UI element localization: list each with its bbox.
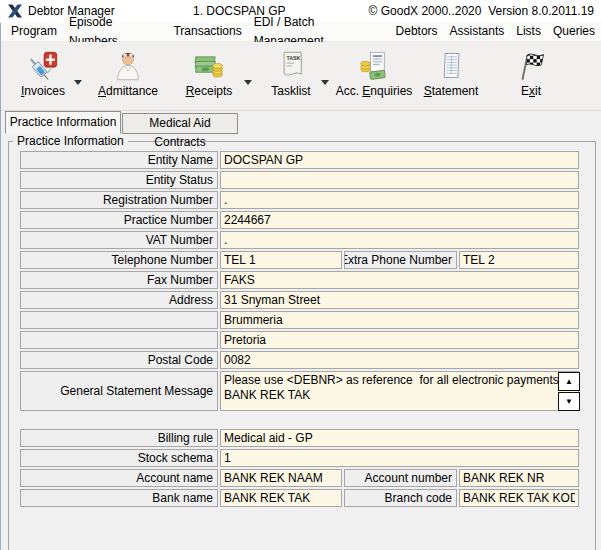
field-label: Fax Number — [20, 271, 218, 289]
toolbar: Invoices Admittance — [1, 42, 601, 111]
form-row-telephone: Telephone Number Extra Phone Number — [0, 251, 601, 269]
form-row-address-1: Address — [0, 291, 601, 309]
statement-document-icon — [435, 48, 467, 84]
toolbar-button-acc-enquiries[interactable]: Acc. Enquiries — [331, 48, 417, 106]
form-row-stock-schema: Stock schema — [0, 449, 601, 467]
tasklist-dropdown-arrow[interactable] — [321, 80, 329, 85]
menu-item-lists[interactable]: Lists — [510, 22, 547, 41]
billing-rule-input[interactable] — [220, 429, 579, 447]
field-label: Telephone Number — [20, 251, 218, 269]
extra-phone-number-input[interactable] — [459, 251, 579, 269]
toolbar-button-label: Tasklist — [271, 84, 310, 98]
menu-item-queries[interactable]: Queries — [547, 22, 601, 41]
address-line2-input[interactable] — [220, 311, 579, 329]
toolbar-button-tasklist[interactable]: TASK Tasklist — [256, 48, 326, 106]
form-row-bank: Bank name Branch code — [0, 489, 601, 507]
field-label: Entity Name — [20, 151, 218, 169]
practice-number-input[interactable] — [220, 211, 579, 229]
form-row-billing-rule: Billing rule — [0, 429, 601, 447]
field-label: Account number — [344, 469, 457, 487]
toolbar-button-label: Exit — [521, 84, 541, 98]
menu-bar: Program Episode Numbers Transactions EDI… — [1, 22, 601, 42]
form-row-entity-status: Entity Status — [0, 171, 601, 189]
form-row-address-2 — [0, 311, 601, 329]
debtor-manager-window: Debtor Manager 1. DOCSPAN GP © GoodX 200… — [0, 0, 601, 550]
field-label: Extra Phone Number — [344, 251, 457, 269]
field-label: Bank name — [20, 489, 218, 507]
field-label: Postal Code — [20, 351, 218, 369]
field-label: VAT Number — [20, 231, 218, 249]
field-label: Address — [20, 291, 218, 309]
groupbox-title: Practice Information — [13, 134, 128, 148]
form-row-fax-number: Fax Number — [0, 271, 601, 289]
form-row-registration-number: Registration Number — [0, 191, 601, 209]
menu-item-debtors[interactable]: Debtors — [390, 22, 444, 41]
general-statement-message-input[interactable]: Please use <DEBNR> as reference for all … — [220, 371, 579, 411]
form-row-entity-name: Entity Name — [0, 151, 601, 169]
toolbar-button-exit[interactable]: Exit — [496, 48, 566, 106]
field-label: Entity Status — [20, 171, 218, 189]
syringe-blood-bag-icon — [27, 48, 59, 84]
goodx-logo-icon — [7, 3, 23, 19]
field-label: Practice Number — [20, 211, 218, 229]
bank-name-input[interactable] — [220, 489, 342, 507]
toolbar-button-label: Admittance — [98, 84, 158, 98]
field-label: General Statement Message — [20, 371, 218, 411]
account-name-input[interactable] — [220, 469, 342, 487]
toolbar-button-invoices[interactable]: Invoices — [9, 48, 77, 106]
tab-medical-aid-contracts[interactable]: Medical Aid Contracts — [122, 113, 238, 134]
menu-item-assistants[interactable]: Assistants — [444, 22, 511, 41]
toolbar-button-label: Acc. Enquiries — [336, 84, 413, 98]
message-scroll-down-button[interactable]: ▼ — [558, 392, 580, 411]
toolbar-button-label: Receipts — [186, 84, 233, 98]
entity-status-input[interactable] — [220, 171, 579, 189]
field-label: Stock schema — [20, 449, 218, 467]
menu-item-transactions[interactable]: Transactions — [167, 22, 247, 41]
form-row-postal-code: Postal Code — [0, 351, 601, 369]
svg-text:TASK: TASK — [286, 55, 300, 61]
registration-number-input[interactable] — [220, 191, 579, 209]
task-page-icon: TASK — [275, 48, 307, 84]
toolbar-button-statement[interactable]: Statement — [416, 48, 486, 106]
form-row-vat-number: VAT Number — [0, 231, 601, 249]
checkered-flag-icon — [515, 48, 547, 84]
field-label — [20, 311, 218, 329]
message-scroll-up-button[interactable]: ▲ — [558, 372, 580, 391]
banknotes-coins-icon — [193, 48, 225, 84]
field-label: Account name — [20, 469, 218, 487]
version-copyright: © GoodX 2000..2020 Version 8.0.2011.19 — [369, 0, 594, 22]
entity-name-input[interactable] — [220, 151, 579, 169]
menu-item-program[interactable]: Program — [5, 22, 63, 41]
toolbar-button-receipts[interactable]: Receipts — [174, 48, 244, 106]
form-row-general-statement-message: General Statement Message Please use <DE… — [0, 371, 601, 411]
doctor-icon — [112, 48, 144, 84]
field-label — [20, 331, 218, 349]
tab-practice-information[interactable]: Practice Information — [5, 111, 121, 134]
invoices-dropdown-arrow[interactable] — [74, 80, 82, 85]
field-label: Registration Number — [20, 191, 218, 209]
branch-code-input[interactable] — [459, 489, 579, 507]
telephone-number-input[interactable] — [220, 251, 342, 269]
form-row-account: Account name Account number — [0, 469, 601, 487]
stock-schema-input[interactable] — [220, 449, 579, 467]
address-line3-input[interactable] — [220, 331, 579, 349]
vat-number-input[interactable] — [220, 231, 579, 249]
receipts-dropdown-arrow[interactable] — [244, 80, 252, 85]
fax-number-input[interactable] — [220, 271, 579, 289]
account-enquiries-icon — [358, 48, 390, 84]
form-row-practice-number: Practice Number — [0, 211, 601, 229]
field-label: Billing rule — [20, 429, 218, 447]
field-label: Branch code — [344, 489, 457, 507]
toolbar-button-label: Invoices — [21, 84, 65, 98]
postal-code-input[interactable] — [220, 351, 579, 369]
toolbar-button-label: Statement — [424, 84, 479, 98]
address-line1-input[interactable] — [220, 291, 579, 309]
form-row-address-3 — [0, 331, 601, 349]
toolbar-button-admittance[interactable]: Admittance — [93, 48, 163, 106]
account-number-input[interactable] — [459, 469, 579, 487]
